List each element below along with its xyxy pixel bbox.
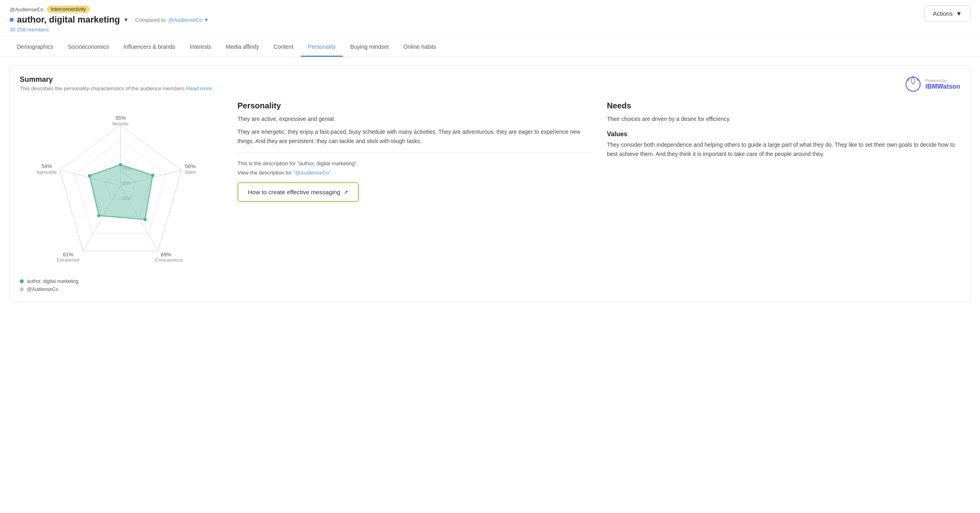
label-open: Open: [185, 170, 196, 174]
audience-row: author, digital marketing ▼ Compared to:…: [10, 15, 209, 25]
tab-online-habits[interactable]: Online habits: [396, 38, 444, 57]
tab-influencers-brands[interactable]: Influencers & brands: [116, 38, 182, 57]
summary-desc: This describes the personality character…: [20, 85, 212, 91]
tab-interests[interactable]: Interests: [183, 38, 219, 57]
messaging-button[interactable]: How to create effective messaging ↗︎: [238, 183, 358, 201]
legend-dot-1: [20, 279, 24, 283]
radar-point-neurotic: [119, 163, 122, 166]
label-pct-open: 56%: [185, 163, 196, 169]
top-bar-left: @AudienseCo Interconnectivity author, di…: [10, 6, 209, 33]
label-pct-extraverted: 61%: [63, 251, 73, 258]
summary-title: Summary: [20, 75, 212, 84]
info-section: Personality They are active, expressive …: [237, 101, 960, 292]
card-body: 75% 50% 25%: [20, 101, 960, 292]
chart-legend: author, digital marketing @AudienseCo: [20, 278, 221, 292]
ibm-watson-logo: Powered by IBMWatson: [904, 75, 960, 93]
member-count: 30 258 members: [10, 27, 209, 33]
audience-dropdown-icon[interactable]: ▼: [123, 17, 129, 23]
tab-buying-mindset[interactable]: Buying mindset: [343, 38, 396, 57]
label-pct-conscientious: 69%: [161, 251, 171, 258]
radar-chart-section: 75% 50% 25%: [20, 101, 221, 292]
legend-item-1: author, digital marketing: [20, 278, 221, 284]
radar-point-conscientious: [144, 218, 147, 221]
info-divider: [237, 153, 591, 153]
label-agreeable: Agreeable: [37, 170, 57, 174]
nav-tabs: Demographics Socioeconomics Influencers …: [0, 38, 980, 57]
legend-item-2: @AudienseCo: [20, 287, 221, 292]
breadcrumb-handle: @AudienseCo: [10, 6, 44, 12]
external-link-icon: ↗︎: [343, 189, 348, 195]
values-heading: Values: [607, 131, 961, 138]
compared-to-label: Compared to: @AudienseCo ▼: [135, 17, 209, 23]
tab-demographics[interactable]: Demographics: [10, 38, 60, 57]
radar-svg: 75% 50% 25%: [28, 101, 213, 262]
personality-para2: They are energetic: they enjoy a fast-pa…: [237, 127, 591, 145]
audience-name: author, digital marketing: [17, 15, 120, 25]
ibm-watson-icon: [904, 75, 922, 93]
values-para: They consider both independence and help…: [607, 140, 961, 158]
radar-container: 75% 50% 25%: [28, 101, 213, 270]
needs-para1: Their choices are driven by a desire for…: [607, 114, 961, 123]
ibm-watson-text: Powered by IBMWatson: [925, 79, 960, 90]
legend-label-1: author, digital marketing: [27, 278, 78, 284]
breadcrumb-tag: Interconnectivity: [47, 6, 90, 13]
card-header-text: Summary This describes the personality c…: [20, 75, 212, 91]
messaging-button-wrapper[interactable]: How to create effective messaging ↗︎: [237, 182, 359, 202]
tab-media-affinity[interactable]: Media affinity: [218, 38, 266, 57]
audience-dot: [10, 18, 14, 22]
svg-point-1: [913, 77, 914, 78]
read-more-link[interactable]: Read more: [186, 85, 212, 91]
label-pct-neurotic: 35%: [115, 115, 126, 121]
tab-personality[interactable]: Personality: [301, 38, 343, 57]
legend-label-2: @AudienseCo: [27, 287, 58, 292]
label-pct-agreeable: 54%: [42, 163, 52, 169]
attribution-line2: View the description for "@AudienseCo".: [237, 170, 591, 176]
attribution-line1: This is the description for "author, dig…: [237, 160, 591, 166]
breadcrumb: @AudienseCo Interconnectivity: [10, 6, 209, 13]
radar-point-extraverted: [97, 214, 100, 217]
actions-button[interactable]: Actions ▼: [924, 6, 970, 21]
needs-column: Needs Their choices are driven by a desi…: [607, 101, 961, 292]
card-header: Summary This describes the personality c…: [20, 75, 960, 93]
top-bar: @AudienseCo Interconnectivity author, di…: [0, 0, 980, 36]
label-neurotic: Neurotic: [112, 121, 129, 126]
tab-content[interactable]: Content: [266, 38, 301, 57]
main-content: Summary This describes the personality c…: [0, 57, 980, 310]
compared-to-link[interactable]: @AudienseCo ▼: [169, 17, 209, 23]
attribution-link[interactable]: "@AudienseCo".: [293, 170, 333, 176]
label-conscientious: Conscientious: [155, 258, 183, 262]
legend-dot-2: [20, 287, 24, 291]
label-extraverted: Extraverted: [57, 258, 79, 262]
radar-point-open: [151, 174, 154, 177]
personality-heading: Personality: [237, 101, 591, 110]
personality-para1: They are active, expressive and genial.: [237, 114, 591, 123]
personality-column: Personality They are active, expressive …: [237, 101, 591, 292]
tab-socioeconomics[interactable]: Socioeconomics: [60, 38, 116, 57]
svg-marker-16: [89, 165, 153, 220]
personality-card: Summary This describes the personality c…: [10, 65, 970, 302]
needs-heading: Needs: [607, 101, 961, 110]
actions-chevron-icon: ▼: [956, 10, 962, 17]
radar-point-agreeable: [88, 174, 91, 177]
